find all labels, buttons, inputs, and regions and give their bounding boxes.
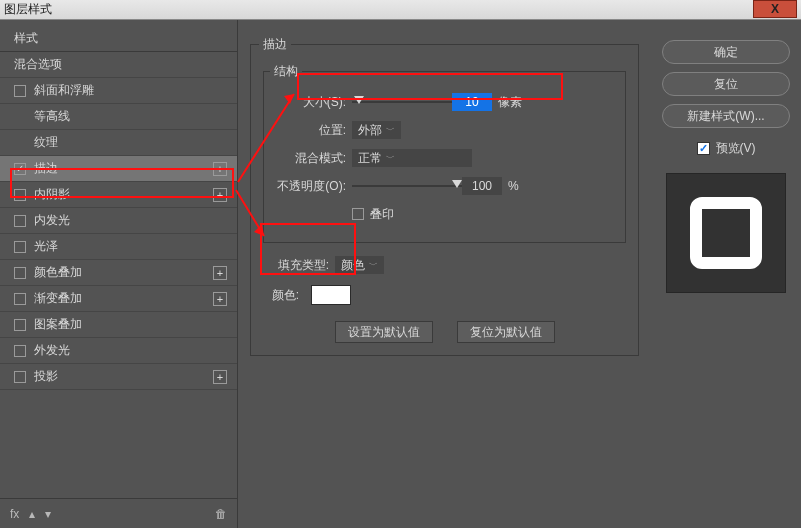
styles-sidebar: 样式 混合选项 斜面和浮雕等高线纹理✓描边+内阴影+内发光光泽颜色叠加+渐变叠加… <box>0 20 238 528</box>
style-item-label: 渐变叠加 <box>34 290 82 307</box>
opacity-row: 不透明度(O): % <box>270 174 619 198</box>
style-checkbox[interactable] <box>14 85 26 97</box>
style-checkbox[interactable] <box>14 267 26 279</box>
style-item-label: 颜色叠加 <box>34 264 82 281</box>
preview-label: 预览(V) <box>716 140 756 157</box>
defaults-row: 设置为默认值 复位为默认值 <box>259 321 630 343</box>
size-input[interactable] <box>452 93 492 111</box>
position-row: 位置: 外部﹀ <box>270 118 619 142</box>
opacity-label: 不透明度(O): <box>270 178 346 195</box>
structure-group: 结构 大小(S): 像素 位置: 外部﹀ 混合模式: 正常﹀ <box>263 63 626 243</box>
overprint-row: 叠印 <box>270 202 619 226</box>
style-checkbox[interactable] <box>14 293 26 305</box>
sidebar-footer: fx ▴ ▾ 🗑 <box>0 498 237 528</box>
cancel-button[interactable]: 复位 <box>662 72 790 96</box>
stroke-panel-title: 描边 <box>259 36 291 53</box>
preview-shape <box>690 197 762 269</box>
style-checkbox[interactable] <box>14 215 26 227</box>
style-item-label: 内阴影 <box>34 186 70 203</box>
size-unit: 像素 <box>498 94 522 111</box>
style-item-0[interactable]: 斜面和浮雕 <box>0 78 237 104</box>
arrow-down-icon[interactable]: ▾ <box>45 507 51 521</box>
add-effect-icon[interactable]: + <box>213 188 227 202</box>
opacity-input[interactable] <box>462 177 502 195</box>
arrow-up-icon[interactable]: ▴ <box>29 507 35 521</box>
style-item-5[interactable]: 内发光 <box>0 208 237 234</box>
trash-icon[interactable]: 🗑 <box>215 507 227 521</box>
add-effect-icon[interactable]: + <box>213 370 227 384</box>
sidebar-head: 样式 <box>0 20 237 52</box>
style-item-label: 光泽 <box>34 238 58 255</box>
opacity-slider[interactable] <box>352 178 462 194</box>
stroke-panel: 描边 结构 大小(S): 像素 位置: 外部﹀ 混合模式: <box>250 36 639 356</box>
blendmode-label: 混合模式: <box>270 150 346 167</box>
position-label: 位置: <box>270 122 346 139</box>
window-title: 图层样式 <box>4 1 52 18</box>
settings-panel: 描边 结构 大小(S): 像素 位置: 外部﹀ 混合模式: <box>238 20 651 528</box>
close-icon: X <box>771 2 779 16</box>
style-item-6[interactable]: 光泽 <box>0 234 237 260</box>
style-item-label: 描边 <box>34 160 58 177</box>
style-item-label: 外发光 <box>34 342 70 359</box>
chevron-down-icon: ﹀ <box>369 259 378 272</box>
style-item-7[interactable]: 颜色叠加+ <box>0 260 237 286</box>
style-item-label: 内发光 <box>34 212 70 229</box>
style-list: 斜面和浮雕等高线纹理✓描边+内阴影+内发光光泽颜色叠加+渐变叠加+图案叠加外发光… <box>0 78 237 498</box>
style-item-8[interactable]: 渐变叠加+ <box>0 286 237 312</box>
add-effect-icon[interactable]: + <box>213 292 227 306</box>
blending-options[interactable]: 混合选项 <box>0 52 237 78</box>
style-item-11[interactable]: 投影+ <box>0 364 237 390</box>
style-checkbox[interactable] <box>14 345 26 357</box>
style-checkbox[interactable] <box>14 189 26 201</box>
action-column: 确定 复位 新建样式(W)... ✓ 预览(V) <box>651 20 801 528</box>
fx-icon[interactable]: fx <box>10 507 19 521</box>
overprint-checkbox[interactable] <box>352 208 364 220</box>
style-item-3[interactable]: ✓描边+ <box>0 156 237 182</box>
size-row: 大小(S): 像素 <box>270 90 619 114</box>
style-checkbox[interactable] <box>14 371 26 383</box>
add-effect-icon[interactable]: + <box>213 266 227 280</box>
titlebar: 图层样式 X <box>0 0 801 20</box>
opacity-unit: % <box>508 179 519 193</box>
size-label: 大小(S): <box>270 94 346 111</box>
style-checkbox[interactable] <box>14 241 26 253</box>
position-select[interactable]: 外部﹀ <box>352 121 401 139</box>
filltype-row: 填充类型: 颜色﹀ <box>269 253 630 277</box>
blendmode-row: 混合模式: 正常﹀ <box>270 146 619 170</box>
color-row: 颜色: <box>269 283 630 307</box>
filltype-select[interactable]: 颜色﹀ <box>335 256 384 274</box>
filltype-label: 填充类型: <box>269 257 329 274</box>
style-item-label: 纹理 <box>34 134 58 151</box>
close-button[interactable]: X <box>753 0 797 18</box>
preview-thumbnail <box>666 173 786 293</box>
preview-toggle[interactable]: ✓ 预览(V) <box>697 140 756 157</box>
preview-checkbox[interactable]: ✓ <box>697 142 710 155</box>
style-item-label: 斜面和浮雕 <box>34 82 94 99</box>
new-style-button[interactable]: 新建样式(W)... <box>662 104 790 128</box>
ok-button[interactable]: 确定 <box>662 40 790 64</box>
style-item-4[interactable]: 内阴影+ <box>0 182 237 208</box>
style-item-9[interactable]: 图案叠加 <box>0 312 237 338</box>
style-item-10[interactable]: 外发光 <box>0 338 237 364</box>
chevron-down-icon: ﹀ <box>386 124 395 137</box>
make-default-button[interactable]: 设置为默认值 <box>335 321 433 343</box>
style-checkbox[interactable] <box>14 319 26 331</box>
reset-default-button[interactable]: 复位为默认值 <box>457 321 555 343</box>
add-effect-icon[interactable]: + <box>213 162 227 176</box>
style-item-1[interactable]: 等高线 <box>0 104 237 130</box>
color-label: 颜色: <box>269 287 299 304</box>
color-swatch[interactable] <box>311 285 351 305</box>
style-item-label: 等高线 <box>34 108 70 125</box>
blendmode-select[interactable]: 正常﹀ <box>352 149 472 167</box>
structure-title: 结构 <box>270 63 302 80</box>
style-item-label: 投影 <box>34 368 58 385</box>
chevron-down-icon: ﹀ <box>386 152 395 165</box>
style-item-label: 图案叠加 <box>34 316 82 333</box>
overprint-label: 叠印 <box>370 206 394 223</box>
style-item-2[interactable]: 纹理 <box>0 130 237 156</box>
style-checkbox[interactable]: ✓ <box>14 163 26 175</box>
size-slider[interactable] <box>352 94 452 110</box>
dialog-body: 样式 混合选项 斜面和浮雕等高线纹理✓描边+内阴影+内发光光泽颜色叠加+渐变叠加… <box>0 20 801 528</box>
